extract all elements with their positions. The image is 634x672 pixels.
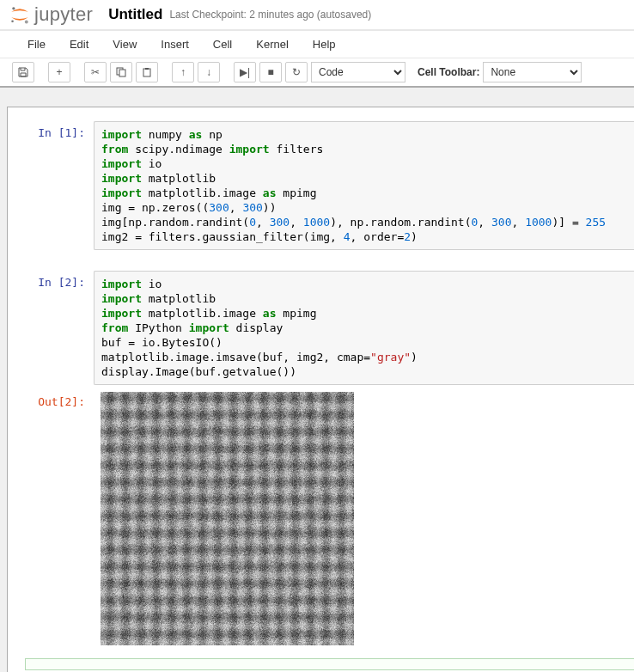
code-cell[interactable]: In [2]: import io import matplotlib impo…	[8, 271, 634, 385]
svg-rect-6	[145, 68, 149, 70]
save-icon	[18, 67, 28, 77]
cell-type-select[interactable]: Code	[311, 62, 405, 82]
output-image	[101, 392, 354, 645]
save-button[interactable]	[12, 62, 34, 82]
run-icon: ▶|	[240, 66, 250, 78]
menu-file[interactable]: File	[15, 31, 58, 58]
code-cell[interactable]: In [1]: import numpy as np from scipy.nd…	[8, 121, 634, 250]
menu-insert[interactable]: Insert	[149, 31, 201, 58]
notebook-title[interactable]: Untitled	[108, 6, 162, 23]
svg-rect-4	[119, 70, 125, 76]
paste-icon	[142, 67, 152, 77]
move-down-button[interactable]: ↓	[198, 62, 220, 82]
output-area	[94, 390, 634, 650]
menu-help[interactable]: Help	[301, 31, 348, 58]
input-prompt: In [1]:	[8, 121, 94, 250]
cell-toolbar-select[interactable]: None	[483, 62, 582, 82]
logo-text: jupyter	[34, 3, 93, 26]
output-cell: Out[2]:	[8, 390, 634, 650]
toolbar: + ✂ ↑ ↓ ▶| ■ ↻ Code Cell Toolbar: None	[0, 58, 634, 87]
restart-button[interactable]: ↻	[285, 62, 308, 82]
cell-toolbar-label: Cell Toolbar:	[418, 66, 479, 78]
notebook-container: In [1]: import numpy as np from scipy.nd…	[0, 87, 634, 672]
code-input[interactable]: import io import matplotlib import matpl…	[94, 271, 634, 385]
jupyter-logo[interactable]: jupyter	[9, 3, 93, 26]
paste-button[interactable]	[136, 62, 158, 82]
add-cell-button[interactable]: +	[48, 62, 70, 82]
plus-icon: +	[56, 66, 62, 78]
notebook-header: jupyter Untitled Last Checkpoint: 2 minu…	[0, 0, 634, 30]
menu-edit[interactable]: Edit	[58, 31, 101, 58]
svg-rect-5	[143, 69, 150, 76]
cut-button[interactable]: ✂	[84, 62, 107, 82]
svg-point-1	[25, 21, 28, 24]
move-up-button[interactable]: ↑	[172, 62, 194, 82]
restart-icon: ↻	[292, 66, 301, 78]
svg-point-0	[12, 7, 15, 9]
jupyter-icon	[9, 3, 31, 26]
code-input[interactable]: import numpy as np from scipy.ndimage im…	[94, 121, 634, 250]
copy-button[interactable]	[110, 62, 132, 82]
output-prompt: Out[2]:	[8, 390, 94, 650]
svg-point-2	[11, 21, 14, 23]
menu-kernel[interactable]: Kernel	[244, 31, 301, 58]
stop-button[interactable]: ■	[259, 62, 282, 82]
input-prompt: In [2]:	[8, 271, 94, 385]
run-button[interactable]: ▶|	[234, 62, 256, 82]
copy-icon	[116, 67, 126, 77]
menu-cell[interactable]: Cell	[201, 31, 244, 58]
checkpoint-status: Last Checkpoint: 2 minutes ago (autosave…	[169, 9, 371, 21]
cut-icon: ✂	[91, 66, 100, 78]
menu-view[interactable]: View	[101, 31, 149, 58]
notebook: In [1]: import numpy as np from scipy.nd…	[7, 107, 634, 672]
stop-icon: ■	[267, 66, 273, 78]
empty-cell[interactable]	[25, 658, 634, 670]
arrow-down-icon: ↓	[206, 66, 211, 78]
arrow-up-icon: ↑	[180, 66, 186, 78]
menubar: File Edit View Insert Cell Kernel Help	[0, 30, 634, 58]
